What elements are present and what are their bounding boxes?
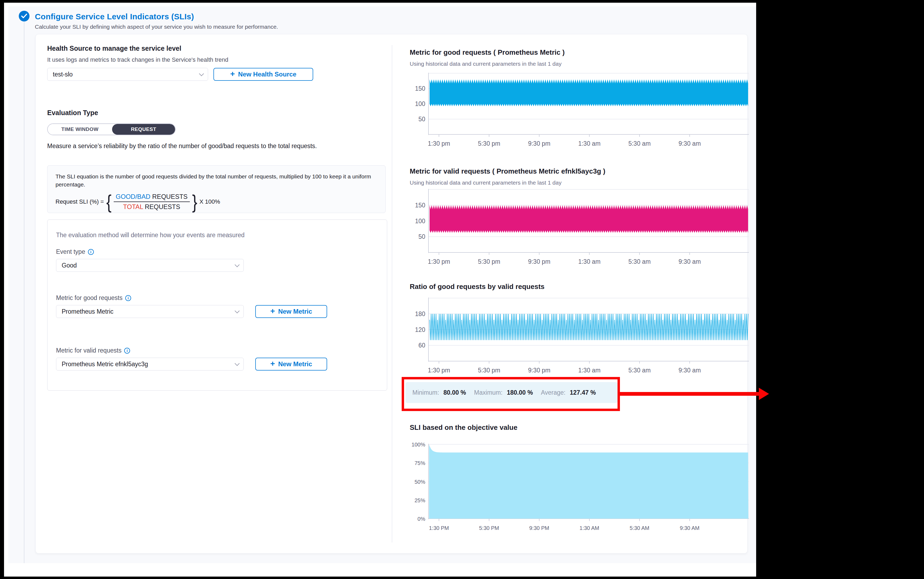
chart-valid-requests: 150100501:30 pm5:30 pm9:30 pm1:30 am5:30… [411,187,749,266]
series-zigzag [430,314,748,340]
x-axis-label: 1:30 am [578,258,600,265]
x-axis-label: 1:30 pm [428,258,450,265]
chevron-down-icon [235,361,240,366]
chevron-down-icon [235,262,240,267]
equation-rhs: X 100% [199,198,220,205]
sli-card: Health Source to manage the service leve… [36,34,748,553]
new-valid-metric-button[interactable]: + New Metric [255,358,327,371]
annotation-arrow-shaft [620,392,759,396]
x-axis-label: 5:30 pm [478,258,500,265]
y-axis-label: 100 [415,218,425,224]
chart-ratio-title: Ratio of good requests by valid requests [410,283,544,291]
plus-icon: + [230,70,235,78]
sli-equation-box: The SLI equation is the number of good r… [47,165,386,213]
y-axis-label: 120 [415,326,425,333]
step-complete-check-icon [19,11,29,21]
x-axis-label: 1:30 pm [428,367,450,374]
y-axis-label: 180 [415,311,425,317]
chart-valid-requests-title: Metric for valid requests ( Prometheus M… [410,167,605,175]
column-divider [392,45,392,543]
chart-good-requests-subtitle: Using historical data and current parame… [410,61,562,67]
request-description: Measure a service’s reliability by the r… [47,142,377,150]
y-axis-label: 150 [415,202,425,209]
plus-icon: + [270,307,275,315]
x-axis-label: 9:30 pm [528,367,550,374]
x-axis-label: 1:30 PM [429,525,449,531]
numerator-rest: REQUESTS [150,193,188,200]
good-metric-select[interactable]: Prometheus Metric [56,305,244,318]
evaluation-type-toggle: TIME WINDOW REQUEST [47,123,176,135]
y-axis-label: 0% [417,516,425,522]
screenshot-stage: Configure Service Level Indicators (SLIs… [0,0,924,579]
x-axis-label: 9:30 pm [528,258,550,265]
x-axis-label: 5:30 am [628,258,650,265]
stepper-rail [24,14,24,563]
valid-metric-label: Metric for valid requests i [56,347,130,354]
annotation-rectangle [402,377,620,411]
x-axis-label: 9:30 am [678,258,701,265]
x-axis-label: 5:30 am [628,367,650,374]
good-metric-label: Metric for good requests i [56,294,131,302]
x-axis-label: 5:30 PM [479,525,499,531]
x-axis-label: 5:30 AM [630,525,649,531]
x-axis-label: 5:30 pm [478,140,500,147]
health-source-select[interactable]: test-slo [47,68,208,81]
info-icon[interactable]: i [124,348,130,353]
x-axis-label: 1:30 am [578,140,600,147]
y-axis-label: 100 [415,100,425,107]
equation-lhs: Request SLI (%) = [55,198,104,205]
sli-equation: Request SLI (%) = { GOOD/BAD REQUESTS TO… [55,193,377,211]
series-band [430,205,748,233]
series-area [429,444,748,518]
x-axis-label: 9:30 PM [529,525,549,531]
good-metric-value: Prometheus Metric [62,308,113,315]
chart-valid-requests-subtitle: Using historical data and current parame… [410,180,562,186]
y-axis-label: 50 [418,233,425,240]
valid-metric-value: Prometheus Metric efnkl5ayc3g [62,361,148,368]
toggle-option-request[interactable]: REQUEST [112,124,175,135]
x-axis-label: 9:30 pm [528,140,550,147]
health-source-hint: It uses logs and metrics to track change… [47,56,228,63]
sli-equation-note: The SLI equation is the number of good r… [55,173,377,189]
x-axis-label: 1:30 pm [428,140,450,147]
annotation-arrow-head-icon [759,388,769,400]
x-axis-label: 5:30 pm [478,367,500,374]
app-page: Configure Service Level Indicators (SLIs… [4,3,756,577]
info-icon[interactable]: i [88,249,94,255]
chart-ratio: 180120601:30 pm5:30 pm9:30 pm1:30 am5:30… [411,297,749,375]
y-axis-label: 60 [418,342,425,349]
sli-config-panel: Configure Service Level Indicators (SLIs… [8,7,756,563]
y-axis-label: 50% [414,479,425,485]
evaluation-method-box: The evaluation method will determine how… [47,219,387,391]
y-axis-label: 75% [414,460,425,466]
chevron-down-icon [235,308,240,313]
valid-metric-select[interactable]: Prometheus Metric efnkl5ayc3g [56,358,244,371]
chart-sli-title: SLI based on the objective value [410,424,518,432]
event-type-select[interactable]: Good [56,259,244,272]
x-axis-label: 1:30 am [578,367,600,374]
evaluation-method-note: The evaluation method will determine how… [56,232,244,239]
x-axis-label: 5:30 am [628,140,650,147]
denominator-highlight: TOTAL [123,203,143,210]
page-title: Configure Service Level Indicators (SLIs… [35,12,194,21]
plus-icon: + [270,360,275,368]
new-good-metric-button[interactable]: + New Metric [255,305,327,318]
y-axis-label: 50 [418,116,425,123]
x-axis-label: 9:30 am [678,367,701,374]
y-axis-label: 25% [414,497,425,503]
chart-sli-objective: 100%75%50%25%0%1:30 PM5:30 PM9:30 PM1:30… [411,439,749,533]
equation-fraction: GOOD/BAD REQUESTS TOTAL REQUESTS [114,193,190,211]
denominator-rest: REQUESTS [143,203,180,210]
new-health-source-button[interactable]: + New Health Source [213,68,313,81]
chart-good-requests-title: Metric for good requests ( Prometheus Me… [410,48,565,57]
page-subtitle: Calculate your SLI by defining which asp… [35,24,278,30]
health-source-select-value: test-slo [53,71,73,78]
health-source-label: Health Source to manage the service leve… [47,44,181,52]
info-icon[interactable]: i [125,295,131,301]
event-type-value: Good [62,262,77,269]
y-axis-label: 100% [412,442,425,448]
x-axis-label: 1:30 AM [579,525,599,531]
evaluation-type-label: Evaluation Type [47,109,98,117]
toggle-option-time-window[interactable]: TIME WINDOW [48,124,112,135]
series-band [430,79,748,106]
